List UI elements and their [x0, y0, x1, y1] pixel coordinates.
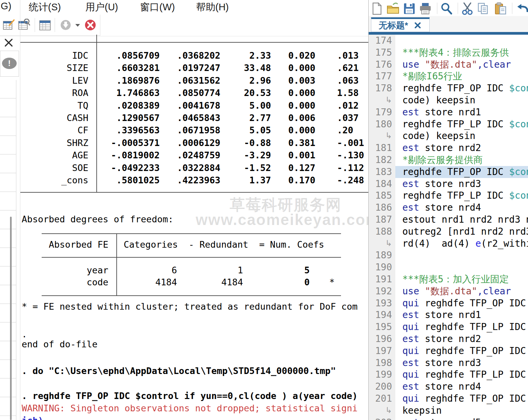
code-line[interactable]: 202est store nrd5	[369, 417, 528, 420]
coef-cell-ci: -.248	[337, 174, 364, 186]
close-panel-icon[interactable]	[4, 38, 13, 47]
coef-row: SIZE.6603281.019724733.480.000.621	[20, 62, 368, 74]
coef-cell-t: 2.77	[220, 112, 271, 124]
code-text	[395, 261, 528, 273]
coef-cell-name: _cons	[20, 174, 88, 186]
fe-row-code: code 4184 4184 0 *	[42, 277, 335, 287]
code-line[interactable]: ↳keepsin	[369, 405, 528, 417]
code-line[interactable]: 183reghdfe TFP_OP IDC $con	[369, 166, 528, 178]
reghdfe-command-line: . reghdfe TFP_OP IDC $control if yun==0,…	[22, 390, 358, 402]
code-line[interactable]: 197qui reghdfe TFP_OP IDC	[369, 345, 528, 357]
coef-table-rows: IDC.0856709.03682022.330.020.013SIZE.660…	[20, 49, 368, 186]
coef-cell-name: AGE	[20, 149, 88, 161]
tab-untitled[interactable]: 无标题*	[371, 17, 430, 32]
code-line[interactable]: 194est store nrd1	[369, 309, 528, 321]
code-line[interactable]: 195qui reghdfe TFP_LP IDC	[369, 321, 528, 333]
code-line[interactable]: 182*剔除云服务提供商	[369, 154, 528, 166]
notification-panel: !	[0, 51, 19, 77]
code-line[interactable]: 189	[369, 249, 528, 261]
line-number: 190	[369, 261, 395, 273]
coef-cell-se: .4223963	[160, 174, 220, 186]
menu-item-graphics-partial[interactable]: G)	[1, 1, 11, 12]
code-line[interactable]: 184est store nrd3	[369, 178, 528, 190]
new-file-icon[interactable]	[370, 2, 384, 15]
dot-line: .	[22, 329, 27, 340]
coef-cell-se: .0197247	[160, 62, 220, 74]
paste-icon[interactable]	[494, 2, 507, 15]
results-panel: IDC.0856709.03682022.330.020.013SIZE.660…	[20, 0, 368, 420]
code-line[interactable]: 190	[369, 261, 528, 273]
coef-cell-p: 0.000	[271, 124, 315, 136]
print-icon[interactable]	[419, 2, 432, 15]
undo-icon[interactable]	[515, 2, 528, 15]
code-line[interactable]: 175***附表4：排除云服务供	[369, 47, 528, 59]
code-line[interactable]: 198est store nrd3	[369, 357, 528, 369]
coef-cell-coef: .5801025	[88, 174, 160, 186]
coef-cell-ci: .012	[337, 99, 359, 112]
coef-cell-ci: .063	[337, 74, 359, 87]
code-line[interactable]: 187estout nrd1 nrd2 nrd3 nrd4	[369, 214, 528, 226]
toolbar-separator	[437, 3, 437, 14]
code-line[interactable]: 191***附表5：加入行业固定	[369, 273, 528, 285]
search-icon[interactable]	[440, 2, 453, 15]
code-line[interactable]: 199qui reghdfe TFP_LP IDC	[369, 369, 528, 381]
wrap-marker-icon: ↳	[369, 405, 395, 417]
editor-lines[interactable]: 174175***附表4：排除云服务供176use "数据.dta",clear…	[369, 35, 528, 420]
code-text: code) keepsin	[395, 130, 528, 142]
copy-icon[interactable]	[477, 2, 490, 15]
vertical-scrollbar[interactable]	[10, 217, 12, 420]
cut-icon[interactable]	[461, 2, 474, 15]
line-number: 183	[369, 166, 395, 178]
code-line[interactable]: 180reghdfe TFP_LP IDC $con	[369, 118, 528, 130]
line-number: 197	[369, 345, 395, 357]
fe-note: * = FE nested within cluster; treated as…	[22, 301, 358, 312]
coef-cell-se: .0850774	[160, 87, 220, 99]
wrap-marker-icon: ↳	[369, 94, 395, 106]
code-line[interactable]: 200est store nrd4	[369, 381, 528, 393]
code-line[interactable]: ↳code) keepsin	[369, 94, 528, 106]
coef-cell-name: SOE	[20, 162, 88, 174]
code-line[interactable]: 178reghdfe TFP_OP IDC $con	[369, 82, 528, 94]
code-line[interactable]: 192use "数据.dta",clear	[369, 285, 528, 297]
line-number: 184	[369, 178, 395, 190]
coef-cell-ci: -.130	[337, 149, 364, 161]
coef-cell-ci: .013	[337, 49, 359, 62]
line-number: 182	[369, 154, 395, 166]
tab-close-icon[interactable]	[414, 22, 421, 29]
code-line[interactable]: 176use "数据.dta",clear	[369, 59, 528, 71]
code-line[interactable]: 185reghdfe TFP_LP IDC $con	[369, 190, 528, 202]
coef-cell-t: 5.05	[220, 124, 271, 136]
line-number: 199	[369, 369, 395, 381]
coef-cell-t: -3.29	[220, 149, 271, 161]
code-text: qui reghdfe TFP_LP IDC	[395, 321, 528, 333]
editor-frame-band	[369, 32, 528, 35]
coef-cell-name: TQ	[20, 99, 88, 112]
code-text: qui reghdfe TFP_OP IDC	[395, 345, 528, 357]
code-line[interactable]: 188outreg2 [nrd1 nrd2 nrd3]	[369, 226, 528, 238]
line-number: 191	[369, 273, 395, 285]
line-number: 189	[369, 249, 395, 261]
save-icon[interactable]	[403, 2, 416, 15]
coef-cell-name: IDC	[20, 49, 88, 62]
code-text: qui reghdfe TFP_OP IDC	[395, 297, 528, 309]
code-text: use "数据.dta",clear	[395, 59, 528, 71]
code-line[interactable]: 179est store nrd1	[369, 106, 528, 118]
open-folder-icon[interactable]	[386, 2, 400, 15]
coef-cell-name: CASH	[20, 112, 88, 124]
table-bottom-rule	[20, 192, 368, 193]
code-text: use "数据.dta",clear	[395, 285, 528, 297]
line-number: 176	[369, 59, 395, 71]
code-line[interactable]: 201qui reghdfe TFP_OP IDC	[369, 393, 528, 405]
code-line[interactable]: 181est store nrd2	[369, 142, 528, 154]
code-line[interactable]: 193qui reghdfe TFP_OP IDC	[369, 297, 528, 309]
coef-row: _cons.5801025.42239631.370.170-.248	[20, 174, 368, 186]
coef-row: ROA1.746863.085077420.530.0001.58	[20, 87, 368, 99]
code-line[interactable]: ↳code) keepsin	[369, 130, 528, 142]
code-text: *剔除云服务提供商	[395, 154, 528, 166]
data-editor-icon[interactable]	[3, 19, 15, 31]
code-line[interactable]: 186est store nrd4	[369, 202, 528, 214]
code-line[interactable]: 177*剔除I65行业	[369, 70, 528, 82]
code-line[interactable]: 196est store nrd2	[369, 333, 528, 345]
code-line[interactable]: ↳rd(4) ad(4) e(r2_within	[369, 238, 528, 250]
code-line[interactable]: 174	[369, 35, 528, 47]
